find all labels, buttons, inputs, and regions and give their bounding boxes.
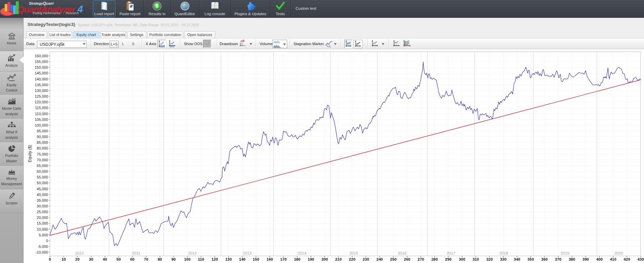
- svg-text:2014: 2014: [298, 251, 306, 255]
- svg-text:2019: 2019: [561, 251, 569, 255]
- svg-text:155,000: 155,000: [35, 60, 48, 64]
- svg-text:115,000: 115,000: [35, 106, 48, 110]
- svg-text:120,000: 120,000: [35, 100, 48, 104]
- svg-text:time: time: [170, 45, 175, 48]
- svg-text:2018: 2018: [499, 251, 508, 255]
- svg-text:145,000: 145,000: [35, 71, 48, 75]
- svg-text:95,000: 95,000: [37, 129, 48, 133]
- svg-text:160: 160: [267, 257, 273, 261]
- svg-text:off: off: [240, 39, 244, 43]
- svg-text:20: 20: [75, 257, 80, 261]
- svg-text:trades: trades: [159, 46, 165, 48]
- svg-text:60: 60: [130, 257, 135, 261]
- svg-text:55,000: 55,000: [37, 175, 48, 179]
- svg-text:130,000: 130,000: [35, 89, 48, 93]
- svg-text:-5,000: -5,000: [38, 244, 48, 249]
- svg-text:150,000: 150,000: [35, 65, 48, 69]
- svg-text:360: 360: [541, 257, 548, 261]
- svg-text:Equity ($): Equity ($): [28, 145, 32, 162]
- svg-text:80: 80: [158, 257, 162, 261]
- svg-text:310: 310: [472, 257, 479, 261]
- svg-text:90,000: 90,000: [37, 135, 48, 139]
- svg-text:20,000: 20,000: [37, 216, 48, 220]
- svg-text:240: 240: [376, 257, 383, 261]
- svg-text:2011: 2011: [132, 251, 141, 255]
- svg-text:350: 350: [528, 257, 534, 261]
- svg-text:210: 210: [335, 257, 342, 261]
- svg-text:70: 70: [144, 257, 148, 261]
- svg-text:140: 140: [239, 257, 245, 261]
- svg-text:110: 110: [198, 257, 204, 261]
- svg-text:270: 270: [418, 257, 424, 261]
- svg-text:300: 300: [459, 257, 465, 261]
- svg-text:2012: 2012: [188, 251, 197, 255]
- svg-text:200: 200: [321, 257, 328, 261]
- svg-text:35,000: 35,000: [37, 198, 48, 202]
- svg-text:120: 120: [212, 257, 218, 261]
- svg-text:60,000: 60,000: [37, 169, 48, 173]
- svg-text:50: 50: [116, 257, 121, 261]
- svg-text:0: 0: [46, 239, 48, 243]
- svg-text:320: 320: [486, 257, 493, 261]
- svg-text:220: 220: [349, 257, 355, 261]
- svg-text:390: 390: [582, 257, 589, 261]
- svg-text:170: 170: [280, 257, 287, 261]
- svg-text:30: 30: [89, 257, 93, 261]
- svg-text:380: 380: [569, 257, 575, 261]
- svg-text:430: 430: [637, 257, 644, 261]
- svg-text:135,000: 135,000: [35, 83, 48, 87]
- svg-text:110,000: 110,000: [35, 112, 48, 116]
- svg-text:2016: 2016: [398, 251, 407, 255]
- svg-text:45,000: 45,000: [37, 187, 48, 191]
- svg-text:150: 150: [253, 257, 259, 261]
- svg-text:2010: 2010: [75, 251, 84, 255]
- svg-text:2015: 2015: [349, 251, 358, 255]
- svg-text:15,000: 15,000: [37, 221, 48, 225]
- svg-text:75,000: 75,000: [37, 152, 48, 156]
- svg-text:2020: 2020: [614, 251, 623, 255]
- svg-text:410: 410: [610, 257, 616, 261]
- svg-text:280: 280: [431, 257, 438, 261]
- svg-text:160,000: 160,000: [35, 54, 48, 58]
- svg-text:90: 90: [172, 257, 176, 261]
- svg-text:$: $: [156, 3, 158, 9]
- svg-text:80,000: 80,000: [37, 146, 48, 150]
- svg-text:0: 0: [49, 257, 51, 261]
- svg-text:40,000: 40,000: [37, 193, 48, 197]
- svg-text:65,000: 65,000: [37, 164, 48, 168]
- svg-text:10: 10: [62, 257, 66, 261]
- svg-text:140,000: 140,000: [35, 77, 48, 81]
- svg-text:340: 340: [514, 257, 520, 261]
- svg-text:330: 330: [500, 257, 506, 261]
- svg-text:25,000: 25,000: [37, 210, 48, 214]
- svg-text:180: 180: [294, 257, 300, 261]
- svg-text:40: 40: [103, 257, 107, 261]
- svg-text:420: 420: [624, 257, 630, 261]
- svg-text:250: 250: [390, 257, 396, 261]
- svg-text:100: 100: [184, 257, 190, 261]
- svg-text:230: 230: [363, 257, 369, 261]
- svg-text:260: 260: [404, 257, 410, 261]
- svg-text:50,000: 50,000: [37, 181, 48, 185]
- svg-text:30,000: 30,000: [37, 204, 48, 208]
- svg-text:5,000: 5,000: [39, 233, 48, 237]
- svg-text:105,000: 105,000: [35, 118, 48, 122]
- svg-text:10,000: 10,000: [37, 227, 48, 231]
- svg-text:70,000: 70,000: [37, 158, 48, 162]
- svg-text:85,000: 85,000: [37, 140, 48, 144]
- svg-text:2017: 2017: [447, 251, 455, 255]
- svg-text:190: 190: [308, 257, 314, 261]
- svg-text:400: 400: [596, 257, 603, 261]
- svg-text:-10,000: -10,000: [36, 250, 48, 254]
- svg-text:2013: 2013: [243, 251, 252, 255]
- svg-text:125,000: 125,000: [35, 94, 48, 98]
- svg-text:290: 290: [445, 257, 452, 261]
- svg-text:100,000: 100,000: [35, 123, 48, 127]
- svg-text:370: 370: [555, 257, 561, 261]
- svg-text:130: 130: [225, 257, 232, 261]
